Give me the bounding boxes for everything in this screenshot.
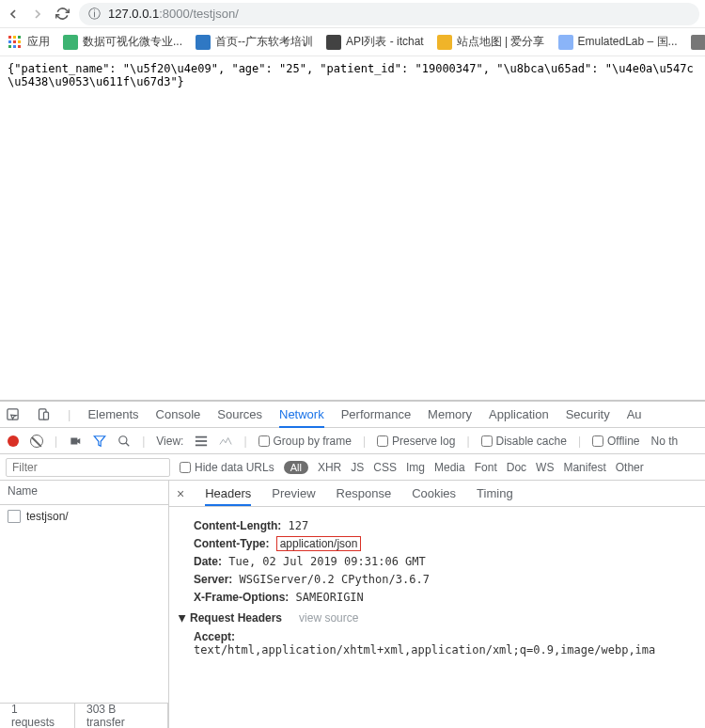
filter-js[interactable]: JS — [351, 461, 364, 474]
response-header: Content-Length: 127 — [194, 519, 696, 532]
svg-rect-6 — [8, 45, 11, 48]
disable-cache-checkbox[interactable]: Disable cache — [481, 435, 567, 448]
device-icon[interactable] — [37, 407, 51, 421]
inspect-icon[interactable] — [6, 407, 20, 421]
bookmark-item[interactable]: EmulatedLab – 国... — [558, 34, 678, 50]
svg-rect-5 — [18, 40, 21, 43]
filter-doc[interactable]: Doc — [507, 461, 526, 474]
detail-tab-cookies[interactable]: Cookies — [412, 483, 456, 504]
reload-icon[interactable] — [55, 7, 70, 22]
detail-tab-response[interactable]: Response — [337, 483, 392, 504]
tab-au[interactable]: Au — [627, 403, 642, 426]
hide-data-urls-checkbox[interactable]: Hide data URLs — [180, 461, 274, 474]
network-toolbar: | | View: | Group by frame | Preserve lo… — [0, 428, 705, 454]
address-bar[interactable]: ⓘ 127.0.0.1:8000/testjson/ — [79, 3, 699, 25]
tab-sources[interactable]: Sources — [217, 403, 262, 426]
svg-rect-3 — [8, 40, 11, 43]
detail-pane: × HeadersPreviewResponseCookiesTiming Co… — [169, 481, 705, 728]
devtools-panel: | ElementsConsoleSourcesNetworkPerforman… — [0, 400, 705, 728]
throttling-label[interactable]: No th — [650, 435, 678, 448]
svg-rect-13 — [196, 435, 207, 437]
response-header: Content-Type: application/json — [194, 537, 696, 550]
request-headers-section[interactable]: ▶Request Headersview source — [179, 611, 696, 625]
request-name: testjson/ — [26, 510, 69, 523]
overview-icon[interactable] — [219, 435, 232, 448]
camera-icon[interactable] — [69, 435, 82, 448]
request-row[interactable]: testjson/ — [0, 505, 168, 528]
status-bar: 1 requests 303 B transfer — [0, 703, 168, 728]
response-header: Server: WSGIServer/0.2 CPython/3.6.7 — [194, 573, 696, 586]
detail-tabs: × HeadersPreviewResponseCookiesTiming — [169, 481, 705, 507]
favicon — [63, 35, 78, 50]
svg-rect-11 — [44, 412, 49, 419]
filter-media[interactable]: Media — [434, 461, 465, 474]
close-icon[interactable]: × — [177, 486, 184, 501]
favicon — [558, 35, 573, 50]
filter-all[interactable]: All — [284, 461, 308, 474]
back-icon[interactable] — [6, 7, 21, 22]
bookmarks-bar: 应用 数据可视化微专业... 首页--广东软考培训 API列表 - itchat… — [0, 28, 705, 56]
svg-point-12 — [119, 435, 127, 443]
svg-rect-8 — [18, 45, 21, 48]
bookmark-item[interactable]: 数据可视化微专业... — [63, 34, 182, 50]
apps-button[interactable]: 应用 — [8, 34, 50, 50]
url-host: 127.0.0.1 — [108, 7, 159, 21]
detail-tab-headers[interactable]: Headers — [205, 483, 251, 506]
svg-rect-15 — [196, 444, 207, 446]
filter-icon[interactable] — [93, 435, 106, 448]
page-content: {"patient_name": "\u5f20\u4e09", "age": … — [0, 56, 705, 400]
bookmark-item[interactable]: 站点地图 | 爱分享 — [437, 34, 545, 50]
bookmark-item[interactable]: API列表 - itchat — [326, 34, 424, 50]
tab-elements[interactable]: Elements — [87, 403, 138, 426]
tab-memory[interactable]: Memory — [428, 403, 472, 426]
favicon — [437, 35, 452, 50]
svg-rect-7 — [13, 45, 16, 48]
tab-network[interactable]: Network — [279, 403, 324, 428]
network-body: Name testjson/ 1 requests 303 B transfer… — [0, 481, 705, 728]
response-header: X-Frame-Options: SAMEORIGIN — [194, 591, 696, 604]
favicon — [196, 35, 211, 50]
filter-manifest[interactable]: Manifest — [563, 461, 605, 474]
forward-icon[interactable] — [30, 7, 45, 22]
favicon — [691, 35, 705, 50]
svg-rect-1 — [13, 36, 16, 39]
view-source-link[interactable]: view source — [299, 611, 358, 625]
tab-performance[interactable]: Performance — [341, 403, 411, 426]
devtools-tabs: | ElementsConsoleSourcesNetworkPerforman… — [0, 402, 705, 428]
tab-security[interactable]: Security — [566, 403, 610, 426]
filter-img[interactable]: Img — [406, 461, 425, 474]
svg-rect-14 — [196, 440, 207, 442]
clear-icon[interactable] — [30, 435, 43, 448]
url-port: :8000 — [159, 7, 190, 21]
bookmark-item[interactable]: SPOT — [691, 35, 705, 50]
filter-other[interactable]: Other — [616, 461, 644, 474]
filter-input[interactable] — [6, 458, 170, 477]
offline-checkbox[interactable]: Offline — [592, 435, 639, 448]
info-icon: ⓘ — [88, 6, 101, 23]
request-list: Name testjson/ 1 requests 303 B transfer — [0, 481, 169, 728]
group-by-frame-checkbox[interactable]: Group by frame — [258, 435, 352, 448]
detail-tab-timing[interactable]: Timing — [477, 483, 513, 504]
filter-css[interactable]: CSS — [373, 461, 397, 474]
filter-font[interactable]: Font — [475, 461, 497, 474]
requests-count: 1 requests — [0, 704, 75, 728]
headers-body: Content-Length: 127Content-Type: applica… — [169, 507, 705, 728]
favicon — [326, 35, 341, 50]
browser-toolbar: ⓘ 127.0.0.1:8000/testjson/ — [0, 0, 705, 28]
record-icon[interactable] — [8, 435, 19, 447]
svg-rect-2 — [18, 36, 21, 39]
bookmark-item[interactable]: 首页--广东软考培训 — [196, 34, 313, 50]
request-header: Accept: text/html,application/xhtml+xml,… — [194, 630, 696, 657]
file-icon — [8, 510, 21, 523]
preserve-log-checkbox[interactable]: Preserve log — [377, 435, 455, 448]
name-header[interactable]: Name — [0, 481, 168, 505]
tab-application[interactable]: Application — [489, 403, 549, 426]
tab-console[interactable]: Console — [156, 403, 201, 426]
largereq-icon[interactable] — [195, 435, 208, 448]
svg-rect-0 — [8, 36, 11, 39]
search-icon[interactable] — [118, 435, 131, 448]
transfer-size: 303 B transfer — [75, 704, 168, 728]
filter-xhr[interactable]: XHR — [318, 461, 341, 474]
filter-ws[interactable]: WS — [536, 461, 554, 474]
detail-tab-preview[interactable]: Preview — [272, 483, 315, 504]
